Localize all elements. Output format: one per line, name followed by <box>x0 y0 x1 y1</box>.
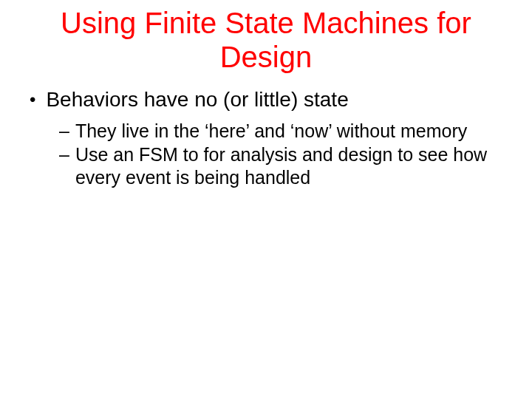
subbullet-text: Use an FSM to for analysis and design to… <box>75 143 510 188</box>
bullet-text: Behaviors have no (or little) state <box>46 87 510 112</box>
bullet-level1: • Behaviors have no (or little) state <box>30 87 510 112</box>
bullet-marker-icon: • <box>30 87 35 112</box>
subbullet-text: They live in the ‘here’ and ‘now’ withou… <box>75 120 510 143</box>
bullet-level2: – Use an FSM to for analysis and design … <box>59 143 510 188</box>
dash-marker-icon: – <box>59 120 69 143</box>
slide-title: Using Finite State Machines for Design <box>22 6 510 74</box>
bullet-level2: – They live in the ‘here’ and ‘now’ with… <box>59 120 510 143</box>
dash-marker-icon: – <box>59 143 69 166</box>
